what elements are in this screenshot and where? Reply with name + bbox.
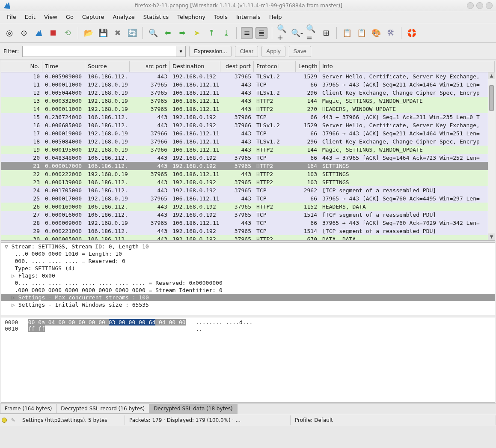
interfaces-icon[interactable]: ◎ (3, 27, 15, 39)
expert-led-icon[interactable] (2, 418, 7, 423)
status-profile[interactable]: Profile: Default (291, 415, 496, 425)
menu-telephony[interactable]: Telephony (174, 12, 209, 22)
options-icon[interactable]: ⊙ (18, 27, 30, 39)
col-dest-port[interactable]: dest port (220, 61, 254, 72)
zoom-out-icon[interactable]: 🔍- (291, 27, 303, 39)
menu-capture[interactable]: Capture (79, 12, 108, 22)
window-title: firefox-h2-11.pcapng [Wireshark 1.11.4 (… (10, 3, 467, 9)
col-time[interactable]: Time (42, 61, 85, 72)
coloring-rules-icon[interactable]: 🎨 (370, 27, 382, 39)
col-protocol[interactable]: Protocol (254, 61, 296, 72)
scroll-thumb[interactable] (489, 85, 494, 111)
packet-details-pane[interactable]: Stream: SETTINGS, Stream ID: 0, Length 1… (1, 242, 495, 315)
menu-edit[interactable]: Edit (21, 12, 39, 22)
clear-button[interactable]: Clear (235, 46, 258, 57)
resize-columns-icon[interactable]: ⊞ (320, 27, 332, 39)
col-source[interactable]: Source (85, 61, 130, 72)
zoom-reset-icon[interactable]: 🔍= (306, 27, 318, 39)
col-no[interactable]: No. (1, 61, 42, 72)
menu-tools[interactable]: Tools (211, 12, 231, 22)
detail-flags[interactable]: Flags: 0x00 (1, 272, 495, 279)
goto-icon[interactable]: ➤ (191, 27, 203, 39)
zoom-in-icon[interactable]: 🔍+ (276, 27, 288, 39)
packet-list-scrollbar[interactable]: ▲ ▼ (488, 72, 495, 240)
table-row[interactable]: 290.000221000106.186.112.443192.168.0.19… (1, 227, 495, 235)
table-row[interactable]: 240.001705000106.186.112.443192.168.0.19… (1, 186, 495, 194)
detail-settings-window-size[interactable]: Settings - Initial Windows size : 65535 (1, 301, 495, 308)
menu-analyze[interactable]: Analyze (110, 12, 138, 22)
display-filters-icon[interactable]: 📋 (356, 27, 368, 39)
capture-filters-icon[interactable]: 📋 (341, 27, 353, 39)
close-button[interactable] (486, 2, 493, 9)
toolbar: ◎ ⊙ ⟲ 📂 💾 ✖ 🔄 🔍 ⬅ ➡ ➤ ⤒ ⤓ ≡ ≣ 🔍+ 🔍- 🔍= ⊞… (0, 23, 496, 43)
table-row[interactable]: 170.000019000192.168.0.1937966106.186.11… (1, 129, 495, 137)
start-capture-icon[interactable] (33, 27, 45, 39)
stop-capture-icon[interactable] (47, 27, 59, 39)
col-info[interactable]: Info (320, 61, 495, 72)
table-row[interactable]: 140.000011000192.168.0.1937965106.186.11… (1, 105, 495, 113)
table-row[interactable]: 220.000222000192.168.0.1937965106.186.11… (1, 170, 495, 178)
save-filter-button[interactable]: Save (289, 46, 311, 57)
menu-view[interactable]: View (41, 12, 61, 22)
table-row[interactable]: 110.000011000192.168.0.1937965106.186.11… (1, 81, 495, 89)
table-row[interactable]: 210.000017000106.186.112.443192.168.0.19… (1, 162, 495, 170)
minimize-button[interactable] (467, 2, 474, 9)
col-length[interactable]: Length (296, 61, 320, 72)
scroll-up-icon[interactable]: ▲ (488, 72, 495, 79)
table-row[interactable]: 280.000009000192.168.0.1937965106.186.11… (1, 219, 495, 227)
packet-list-pane[interactable]: No. Time Source src port Destination des… (1, 61, 495, 241)
hex-row-1[interactable]: 0010 ff ff .. (5, 326, 491, 332)
open-icon[interactable]: 📂 (83, 27, 95, 39)
edit-note-icon[interactable]: ✎ (11, 417, 15, 423)
separator (336, 27, 337, 39)
maximize-button[interactable] (476, 2, 483, 9)
table-row[interactable]: 200.048348000106.186.112.443192.168.0.19… (1, 154, 495, 162)
table-row[interactable]: 130.000332000192.168.0.1937965106.186.11… (1, 97, 495, 105)
table-row[interactable]: 100.005909000106.186.112.443192.168.0.19… (1, 72, 495, 81)
auto-scroll-icon[interactable]: ≣ (255, 27, 267, 39)
table-row[interactable]: 120.005044000192.168.0.1937965106.186.11… (1, 89, 495, 97)
hex-row-0[interactable]: 0000 00 0a 04 00 00 00 00 00 03 00 00 00… (5, 319, 491, 326)
detail-settings-max-streams[interactable]: Settings - Max concurrent streams : 100 (1, 294, 495, 301)
table-row[interactable]: 160.006685000106.186.112.443192.168.0.19… (1, 121, 495, 129)
reload-icon[interactable]: 🔄 (126, 27, 138, 39)
save-icon[interactable]: 💾 (97, 27, 109, 39)
col-src-port[interactable]: src port (130, 61, 170, 72)
tab-ssl-data[interactable]: Decrypted SSL data (18 bytes) (149, 404, 237, 414)
table-row[interactable]: 180.005084000192.168.0.1937966106.186.11… (1, 137, 495, 146)
scroll-down-icon[interactable]: ▼ (488, 233, 495, 240)
restart-capture-icon[interactable]: ⟲ (62, 27, 74, 39)
preferences-icon[interactable]: 🛠 (385, 27, 397, 39)
menu-statistics[interactable]: Statistics (140, 12, 172, 22)
filter-dropdown-icon[interactable]: ▾ (176, 46, 186, 57)
table-row[interactable]: 230.000139000106.186.112.443192.168.0.19… (1, 178, 495, 186)
apply-button[interactable]: Apply (261, 46, 285, 57)
forward-icon[interactable]: ➡ (176, 27, 188, 39)
go-last-icon[interactable]: ⤓ (220, 27, 232, 39)
go-first-icon[interactable]: ⤒ (205, 27, 217, 39)
menu-help[interactable]: Help (266, 12, 285, 22)
table-row[interactable]: 260.000169000106.186.112.443192.168.0.19… (1, 203, 495, 211)
expression-button[interactable]: Expression... (189, 46, 232, 57)
table-row[interactable]: 270.000016000106.186.112.443192.168.0.19… (1, 211, 495, 219)
tab-frame[interactable]: Frame (164 bytes) (0, 404, 56, 414)
detail-stream[interactable]: Stream: SETTINGS, Stream ID: 0, Length 1… (1, 243, 495, 250)
packet-list-header[interactable]: No. Time Source src port Destination des… (1, 61, 495, 72)
packet-bytes-pane[interactable]: 0000 00 0a 04 00 00 00 00 00 03 00 00 00… (1, 317, 495, 403)
find-icon[interactable]: 🔍 (147, 27, 159, 39)
table-row[interactable]: 150.236724000106.186.112.443192.168.0.19… (1, 113, 495, 121)
table-row[interactable]: 300.000005000106.186.112.443192.168.0.19… (1, 235, 495, 240)
table-row[interactable]: 250.000017000192.168.0.1937965106.186.11… (1, 194, 495, 203)
menu-file[interactable]: File (3, 12, 20, 22)
table-row[interactable]: 190.000195000192.168.0.1937966106.186.11… (1, 146, 495, 154)
col-destination[interactable]: Destination (170, 61, 220, 72)
menu-go[interactable]: Go (62, 12, 77, 22)
packet-list-body[interactable]: 100.005909000106.186.112.443192.168.0.19… (1, 72, 495, 240)
filter-input[interactable] (22, 46, 176, 57)
menu-internals[interactable]: Internals (233, 12, 264, 22)
tab-ssl-record[interactable]: Decrypted SSL record (16 bytes) (56, 404, 149, 414)
colorize-icon[interactable]: ≡ (241, 27, 253, 39)
help-icon[interactable]: 🛟 (406, 27, 418, 39)
back-icon[interactable]: ⬅ (162, 27, 174, 39)
close-file-icon[interactable]: ✖ (112, 27, 124, 39)
